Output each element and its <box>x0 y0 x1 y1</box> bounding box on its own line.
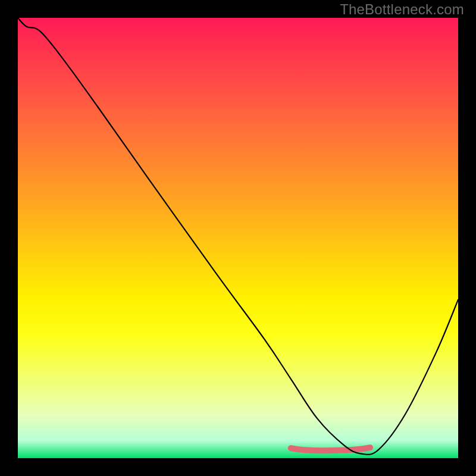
curve-svg <box>18 18 458 458</box>
plot-area <box>18 18 458 458</box>
watermark-text: TheBottleneck.com <box>340 1 464 18</box>
bottleneck-curve-line <box>18 18 458 455</box>
chart-container: TheBottleneck.com <box>0 0 476 476</box>
min-highlight-segment <box>291 447 370 450</box>
